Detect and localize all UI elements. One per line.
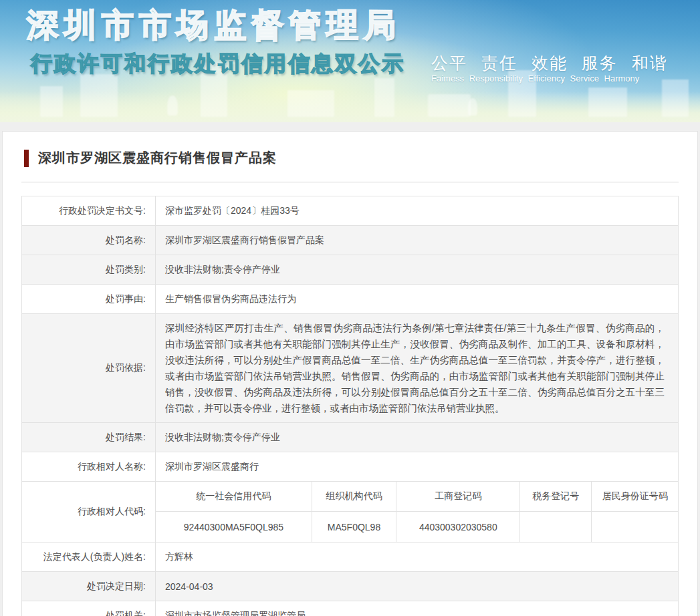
- field-value: 2024-04-03: [156, 572, 678, 601]
- title-divider: [21, 182, 679, 182]
- code-header-tax: 税务登记号: [519, 482, 591, 512]
- code-header-business: 工商登记码: [396, 482, 519, 512]
- title-accent-bar: [24, 150, 29, 167]
- table-row-party-name: 行政相对人名称: 深圳市罗湖区震盛商行: [22, 452, 678, 482]
- field-label: 处罚名称:: [22, 226, 156, 255]
- banner-subtitle: 行政许可和行政处罚信用信息双公示: [31, 49, 405, 79]
- building-silhouette: [428, 94, 471, 117]
- banner-slogan-en: Faimess Responsibility Efficiency Servic…: [431, 73, 639, 84]
- code-value-org: MA5F0QL98: [312, 512, 396, 542]
- table-row-decision-number: 行政处罚决定书文号: 深市监罗处罚〔2024〕桂园33号: [22, 196, 678, 226]
- code-header-uscc: 统一社会信用代码: [156, 482, 312, 512]
- field-value: 生产销售假冒伪劣商品违法行为: [156, 285, 678, 313]
- code-header-id: 居民身份证号码: [591, 482, 678, 512]
- table-row-penalty-result: 处罚结果: 没收非法财物;责令停产停业: [22, 423, 678, 452]
- field-label: 处罚依据:: [22, 314, 156, 422]
- field-value: 深圳市罗湖区震盛商行: [156, 452, 678, 481]
- field-value: 方辉林: [156, 543, 678, 571]
- table-row-penalty-authority: 处罚机关: 深圳市市场监督管理局罗湖监管局: [22, 601, 678, 616]
- field-value: 没收非法财物;责令停产停业: [156, 423, 678, 452]
- building-silhouette: [40, 86, 63, 117]
- building-silhouette: [287, 90, 334, 117]
- field-label: 处罚事由:: [22, 285, 156, 313]
- field-value: 深市监罗处罚〔2024〕桂园33号: [156, 196, 678, 225]
- field-label: 行政相对人名称:: [22, 452, 156, 481]
- field-label: 处罚决定日期:: [22, 572, 156, 601]
- field-label: 处罚类别:: [22, 255, 156, 284]
- site-banner: 深圳市市场监督管理局 行政许可和行政处罚信用信息双公示 公平 责任 效能 服务 …: [0, 0, 700, 122]
- field-label: 处罚机关:: [22, 601, 156, 616]
- banner-slogan-cn: 公平 责任 效能 服务 和谐: [431, 52, 668, 74]
- field-value: 深圳市罗湖区震盛商行销售假冒产品案: [156, 226, 678, 255]
- field-label: 法定代表人(负责人)姓名:: [22, 543, 156, 571]
- code-header-org: 组织机构代码: [312, 482, 396, 512]
- case-title-row: 深圳市罗湖区震盛商行销售假冒产品案: [24, 149, 679, 167]
- table-row-legal-representative: 法定代表人(负责人)姓名: 方辉林: [22, 543, 678, 572]
- field-value: 深圳经济特区严厉打击生产、销售假冒伪劣商品违法行为条例/第七章法律责任/第三十九…: [156, 314, 678, 422]
- content-panel: 深圳市罗湖区震盛商行销售假冒产品案 行政处罚决定书文号: 深市监罗处罚〔2024…: [2, 131, 698, 616]
- case-title: 深圳市罗湖区震盛商行销售假冒产品案: [38, 149, 277, 167]
- building-silhouette: [662, 80, 689, 117]
- table-row-penalty-category: 处罚类别: 没收非法财物;责令停产停业: [22, 255, 678, 285]
- field-value: 没收非法财物;责令停产停业: [156, 255, 678, 284]
- table-row-penalty-name: 处罚名称: 深圳市罗湖区震盛商行销售假冒产品案: [22, 226, 678, 255]
- table-row-decision-date: 处罚决定日期: 2024-04-03: [22, 572, 678, 601]
- table-row-penalty-basis: 处罚依据: 深圳经济特区严厉打击生产、销售假冒伪劣商品违法行为条例/第七章法律责…: [22, 314, 678, 423]
- party-codes-grid: 统一社会信用代码 组织机构代码 工商登记码 税务登记号 居民身份证号码 9244…: [156, 482, 678, 542]
- code-value-tax: [519, 512, 591, 542]
- table-row-penalty-reason: 处罚事由: 生产销售假冒伪劣商品违法行为: [22, 285, 678, 314]
- building-silhouette: [374, 78, 394, 117]
- field-label: 行政相对人代码:: [22, 482, 156, 542]
- code-value-id: [591, 512, 678, 542]
- table-row-party-codes: 行政相对人代码: 统一社会信用代码 组织机构代码 工商登记码 税务登记号 居民身…: [22, 482, 678, 543]
- building-silhouette: [80, 74, 118, 117]
- field-label: 处罚结果:: [22, 423, 156, 452]
- penalty-info-table: 行政处罚决定书文号: 深市监罗处罚〔2024〕桂园33号 处罚名称: 深圳市罗湖…: [21, 196, 679, 616]
- field-label: 行政处罚决定书文号:: [22, 196, 156, 225]
- site-title: 深圳市市场监督管理局: [27, 4, 401, 47]
- tree-silhouette: [468, 98, 477, 116]
- code-value-business: 440300302030580: [396, 512, 519, 542]
- building-silhouette: [588, 88, 627, 117]
- code-value-uscc: 92440300MA5F0QL985: [156, 512, 312, 542]
- field-value: 深圳市市场监督管理局罗湖监管局: [156, 601, 678, 616]
- tree-silhouette: [167, 96, 178, 116]
